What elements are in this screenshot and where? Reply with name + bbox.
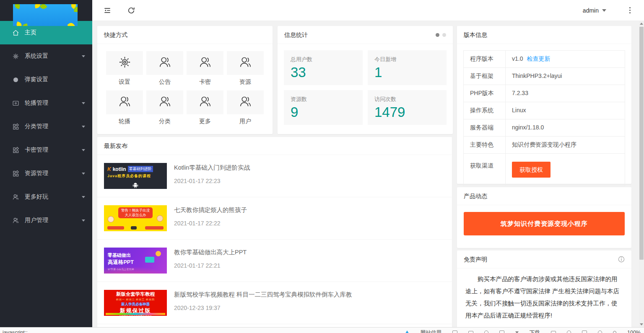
download-label[interactable]: 下载 xyxy=(530,328,540,333)
scroll-up-arrow[interactable] xyxy=(639,21,644,26)
gear-icon xyxy=(12,53,19,60)
translate-icon[interactable] xyxy=(484,330,488,333)
post-thumbnail: 零基础做出 高逼格PPT 97节课 小白马上变大神 xyxy=(104,248,167,274)
home-icon xyxy=(12,29,19,36)
friends-icon xyxy=(12,217,19,224)
card-header: 免责声明 xyxy=(457,250,631,268)
sidebar: 主页 系统设置 弹窗设置 轮播管理 分类管理 xyxy=(0,0,92,327)
stats-grid: 总用户数 33 今日新增 1 资源数 9 访问次数 1479 xyxy=(278,44,453,131)
sidebar-item-popup-settings[interactable]: 弹窗设置 xyxy=(0,68,92,91)
version-table: 程序版本 v1.0检查更新 基于框架 ThinkPHP3.2+layui PHP… xyxy=(463,50,625,186)
sidebar-item-carousel-management[interactable]: 轮播管理 xyxy=(0,91,92,115)
circle-icon xyxy=(12,76,19,83)
leaf-decoration xyxy=(14,4,21,9)
info-icon[interactable] xyxy=(618,256,625,263)
sidebar-item-label: 弹窗设置 xyxy=(25,76,48,83)
image-toggle-icon[interactable] xyxy=(468,331,473,333)
sidebar-item-cardkey-management[interactable]: 卡密管理 xyxy=(0,138,92,162)
site-credit-label[interactable]: 网站信用 xyxy=(421,328,441,333)
shortcuts-grid: 设置 公告 卡密 资源 轮播 分类 xyxy=(97,44,273,125)
scroll-down-arrow[interactable] xyxy=(639,322,644,327)
list-item[interactable]: 警告！熊孩子出没 大人该怎么办 七天教你搞定烦人的熊孩子 2021-01-17 … xyxy=(97,197,452,240)
logo-image xyxy=(13,4,78,26)
dropdown-caret-icon xyxy=(602,9,606,12)
sidebar-item-label: 更多好玩 xyxy=(25,193,48,201)
refresh-icon[interactable] xyxy=(127,6,135,15)
collapse-menu-icon[interactable] xyxy=(103,6,112,15)
more-options-icon[interactable] xyxy=(626,6,634,15)
shortcut-announcement[interactable]: 公告 xyxy=(146,51,183,86)
list-item[interactable]: 零基础做出 高逼格PPT 97节课 小白马上变大神 教你零基础做出高大上PPT … xyxy=(97,240,452,282)
post-title: 七天教你搞定烦人的熊孩子 xyxy=(174,206,247,214)
cartoon-face xyxy=(157,215,163,222)
shortcut-cardkey[interactable]: 卡密 xyxy=(187,51,223,86)
post-time: 2021-01-17 22:21 xyxy=(174,262,247,269)
stat-resources: 资源数 9 xyxy=(284,90,363,125)
card-title: 产品动态 xyxy=(464,187,625,205)
leaf-decoration xyxy=(67,21,75,26)
status-bar-tools: 网站信用 下载 100% xyxy=(405,328,641,333)
topbar-right: admin xyxy=(583,6,644,15)
sidebar-item-label: 分类管理 xyxy=(25,123,48,130)
friends-icon xyxy=(118,95,132,110)
sidebar-item-more-fun[interactable]: 更多好玩 xyxy=(0,185,92,209)
sidebar-item-label: 卡密管理 xyxy=(25,146,48,154)
carousel-indicators xyxy=(436,33,446,37)
shortcut-settings[interactable]: 设置 xyxy=(106,51,143,86)
post-thumbnail: K kotlin 零基础到进阶 Java程序员必备的课程 xyxy=(104,163,167,189)
table-row: 主要特色 知识付费资源变现小程序 xyxy=(463,137,625,154)
topbar: admin xyxy=(92,0,644,21)
friends-icon xyxy=(239,95,252,110)
post-thumbnail: 警告！熊孩子出没 大人该怎么办 xyxy=(104,205,167,231)
stat-total-users: 总用户数 33 xyxy=(284,50,363,85)
network-icon[interactable] xyxy=(567,330,571,333)
shortcut-category[interactable]: 分类 xyxy=(146,90,183,125)
friends-icon xyxy=(198,95,212,110)
sidebar-item-user-management[interactable]: 用户管理 xyxy=(0,209,92,232)
sidebar-item-label: 系统设置 xyxy=(25,52,48,60)
shortcut-carousel[interactable]: 轮播 xyxy=(106,90,143,125)
friends-icon xyxy=(12,194,19,201)
sidebar-item-label: 资源管理 xyxy=(25,170,48,177)
shortcuts-card: 快捷方式 设置 公告 卡密 资源 轮播 xyxy=(97,26,273,134)
stat-visits: 访问次数 1479 xyxy=(368,90,447,125)
list-item[interactable]: 新版全套学车教程 科目一 科目二 科目三 科目四 新人学员必备神器 新规保过版 … xyxy=(97,282,452,324)
table-row: 服务器端 nginx/1.18.0 xyxy=(463,119,625,137)
reader-icon[interactable] xyxy=(551,331,556,333)
zoom-search-icon[interactable] xyxy=(613,331,616,333)
scrollbar-thumb[interactable] xyxy=(639,27,644,260)
carousel-dot[interactable] xyxy=(442,33,446,37)
browser-logo-icon xyxy=(405,330,410,333)
edit-icon[interactable] xyxy=(499,330,504,333)
check-update-link[interactable]: 检查更新 xyxy=(527,55,550,62)
sidebar-item-category-management[interactable]: 分类管理 xyxy=(0,115,92,138)
list-item[interactable]: K kotlin 零基础到进阶 Java程序员必备的课程 Kotlin零基础入门… xyxy=(97,155,452,197)
card-title: 最新发布 xyxy=(104,137,445,155)
friends-icon xyxy=(239,55,252,71)
zoom-level[interactable]: 100% xyxy=(627,328,641,333)
sidebar-item-resource-management[interactable]: 资源管理 xyxy=(0,162,92,185)
gear-icon xyxy=(118,55,132,71)
download-arrow-icon[interactable] xyxy=(515,331,519,333)
user-menu[interactable]: admin xyxy=(583,7,606,14)
product-banner-button[interactable]: 筑梦知识付费资源变现小程序 xyxy=(464,212,625,235)
sidebar-item-label: 用户管理 xyxy=(25,217,48,224)
main-content: 快捷方式 设置 公告 卡密 资源 轮播 xyxy=(92,21,639,327)
friends-icon xyxy=(158,95,172,110)
sound-icon[interactable] xyxy=(598,330,602,333)
sidebar-item-system-settings[interactable]: 系统设置 xyxy=(0,44,92,68)
username: admin xyxy=(583,7,599,14)
shortcut-user[interactable]: 用户 xyxy=(227,90,264,125)
window-icon[interactable] xyxy=(582,330,587,333)
product-news-card: 产品动态 筑梦知识付费资源变现小程序 xyxy=(457,187,631,248)
version-value: v1.0 xyxy=(512,55,523,62)
scrollbar[interactable] xyxy=(639,21,644,327)
chevron-down-icon xyxy=(82,173,85,175)
get-authorization-button[interactable]: 获取授权 xyxy=(512,162,551,178)
shortcut-resource[interactable]: 资源 xyxy=(227,51,264,86)
screenshot-icon[interactable] xyxy=(452,330,457,333)
post-thumbnail: 新版全套学车教程 科目一 科目二 科目三 科目四 新人学员必备神器 新规保过版 … xyxy=(104,290,167,316)
carousel-dot-active[interactable] xyxy=(436,33,439,37)
shortcut-more[interactable]: 更多 xyxy=(187,90,223,125)
chevron-down-icon xyxy=(82,219,85,222)
